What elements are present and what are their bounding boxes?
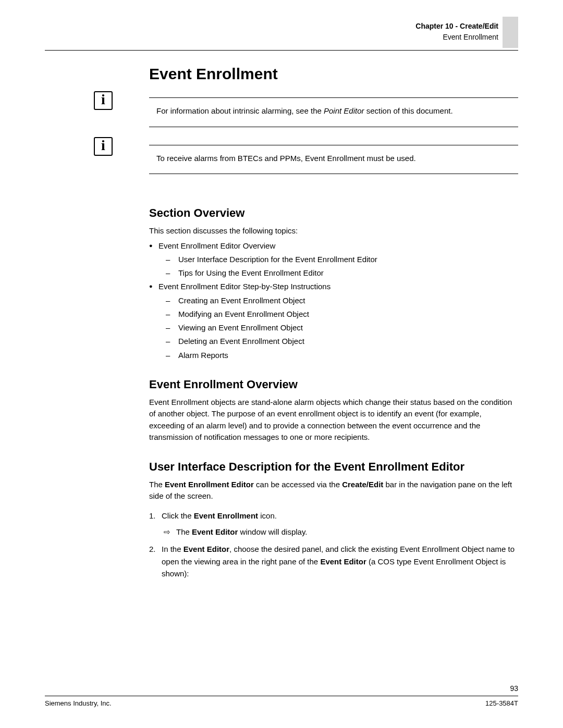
text-bold: Event Enrollment [194, 511, 258, 520]
list-item: Creating an Event Enrollment Object [178, 294, 518, 307]
body-paragraph: Event Enrollment objects are stand-alone… [149, 397, 518, 443]
list-item: Alarm Reports [178, 349, 518, 362]
document-page: Chapter 10 - Create/Edit Event Enrollmen… [0, 0, 563, 728]
text-span: The [176, 527, 192, 536]
text-span: In the [162, 545, 183, 553]
text-span: Click the [162, 511, 194, 520]
list-item: Event Enrollment Editor Overview User In… [158, 239, 518, 280]
list-item: Modifying an Event Enrollment Object [178, 307, 518, 321]
sub-list: User Interface Description for the Event… [158, 253, 518, 280]
header-divider [45, 50, 518, 51]
section-heading: Event Enrollment Overview [149, 378, 518, 391]
note-text: To receive alarms from BTECs and PPMs, E… [156, 154, 416, 163]
note-text-italic: Point Editor [324, 106, 364, 115]
list-item: Deleting an Event Enrollment Object [178, 335, 518, 348]
step-list: Click the Event Enrollment icon. The Eve… [149, 510, 518, 579]
text-bold: Event Enrollment Editor [165, 480, 254, 489]
text-bold: Create/Edit [342, 480, 383, 489]
list-item: Event Enrollment Editor Step-by-Step Ins… [158, 280, 518, 362]
text-span: icon. [258, 511, 277, 520]
list-item: Click the Event Enrollment icon. The Eve… [162, 510, 518, 538]
info-note: For information about intrinsic alarming… [149, 97, 518, 127]
list-item: Viewing an Event Enrollment Object [178, 321, 518, 335]
header-tab-marker [503, 17, 518, 48]
sub-list: Creating an Event Enrollment Object Modi… [158, 294, 518, 362]
page-number: 93 [510, 684, 518, 693]
header-section-label: Event Enrollment [415, 32, 498, 43]
list-item-label: Event Enrollment Editor Step-by-Step Ins… [158, 282, 331, 291]
note-text: section of this document. [364, 106, 453, 115]
left-margin-column: i i [45, 65, 149, 585]
page-footer: 93 Siemens Industry, Inc. 125-3584T [45, 696, 518, 707]
topic-list: Event Enrollment Editor Overview User In… [149, 239, 518, 362]
footer-divider [45, 696, 518, 696]
text-bold: Event Editor [183, 545, 229, 553]
list-item: The Event Editor window will display. [176, 526, 518, 538]
info-icon: i [94, 137, 113, 156]
result-sub-list: The Event Editor window will display. [162, 526, 518, 538]
text-span: The [149, 480, 165, 489]
text-span: can be accessed via the [254, 480, 342, 489]
list-item: User Interface Description for the Event… [178, 253, 518, 266]
page-header: Chapter 10 - Create/Edit Event Enrollmen… [45, 17, 518, 48]
list-item: In the Event Editor, choose the desired … [162, 543, 518, 579]
header-chapter-label: Chapter 10 - Create/Edit [415, 21, 498, 32]
text-span: window will display. [238, 527, 307, 536]
text-bold: Event Editor [320, 557, 366, 566]
header-text: Chapter 10 - Create/Edit Event Enrollmen… [415, 21, 498, 43]
text-bold: Event Editor [192, 527, 238, 536]
footer-row: Siemens Industry, Inc. 125-3584T [45, 699, 518, 707]
page-title: Event Enrollment [149, 65, 518, 83]
note-text: For information about intrinsic alarming… [156, 106, 324, 115]
info-note: To receive alarms from BTECs and PPMs, E… [149, 145, 518, 175]
list-item: Tips for Using the Event Enrollment Edit… [178, 266, 518, 280]
section-heading: Section Overview [149, 206, 518, 220]
content-area: i i Event Enrollment For information abo… [45, 65, 518, 585]
body-paragraph: This section discusses the following top… [149, 225, 518, 237]
footer-right-text: 125-3584T [485, 699, 518, 707]
section-heading: User Interface Description for the Event… [149, 460, 518, 474]
main-content-column: Event Enrollment For information about i… [149, 65, 518, 585]
footer-left-text: Siemens Industry, Inc. [45, 699, 112, 707]
info-icon: i [94, 91, 113, 110]
body-paragraph: The Event Enrollment Editor can be acces… [149, 479, 518, 502]
list-item-label: Event Enrollment Editor Overview [158, 241, 275, 250]
